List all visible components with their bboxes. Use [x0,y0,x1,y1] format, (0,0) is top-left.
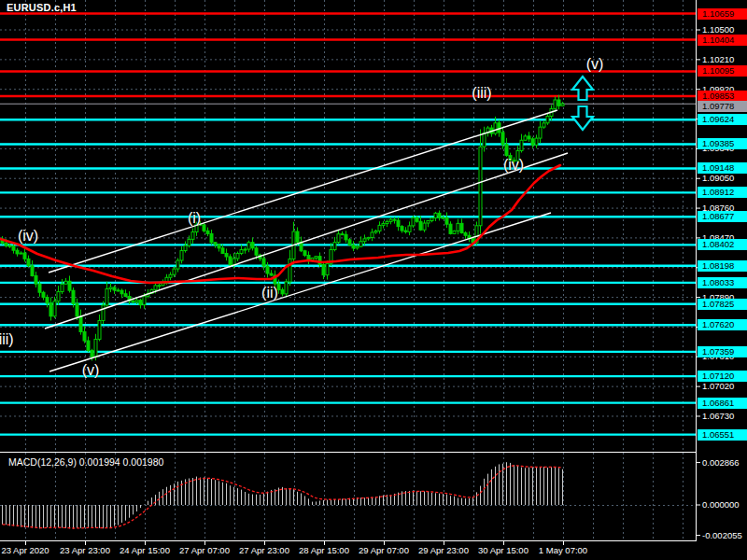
support-price-badge: 1.09624 [698,114,747,125]
support-price-badge: 1.07825 [698,299,747,310]
time-axis-label: 29 Apr 07:00 [359,545,409,555]
trading-chart-window: (iv)(iii)(v)(i)(ii)(iii)(iv)(v) 1.105001… [0,0,747,560]
resistance-price-badge: 1.10659 [698,8,747,20]
time-axis-label: 29 Apr 23:00 [418,545,469,555]
resistance-price-badge: 1.10404 [698,35,747,46]
support-price-badge: 1.06551 [698,429,747,441]
price-tick-label: 1.06730 [702,411,734,421]
time-axis-label: 23 Apr 23:00 [60,545,110,555]
support-price-badge: 1.08677 [698,211,747,222]
time-axis-label: 23 Apr 2020 [1,545,49,555]
price-tick-label: 1.09050 [702,173,734,183]
trend-channel-line[interactable] [45,153,568,329]
wave-label[interactable]: (v) [82,362,100,379]
down-arrow-icon[interactable] [572,106,593,130]
support-price-badge: 1.09385 [698,138,747,149]
resistance-price-badge: 1.10095 [698,65,747,77]
price-tick-label: 1.10500 [702,24,734,35]
support-price-badge: 1.08033 [698,277,747,288]
support-price-badge: 1.08402 [698,239,747,250]
price-tick-label: 1.10210 [702,54,734,64]
price-tick-label: 1.07020 [702,381,734,391]
time-axis-label: 27 Apr 07:00 [179,545,230,555]
support-price-badge: 1.07359 [698,346,747,357]
current-price-badge: 1.09778 [698,101,747,112]
wave-label[interactable]: (v) [586,56,604,73]
wave-label[interactable]: (iii) [472,85,491,102]
support-price-badge: 1.06861 [698,398,747,409]
time-axis-label: 27 Apr 23:00 [239,545,289,555]
wave-label[interactable]: (ii) [261,285,278,301]
time-axis-label: 30 Apr 15:00 [478,545,529,555]
wave-label[interactable]: (i) [188,210,201,227]
time-axis-label: 1 May 07:00 [539,545,587,555]
macd-scale-label: 0.000000 [702,499,740,510]
wave-label[interactable]: (iv) [18,228,38,245]
time-axis-label: 28 Apr 15:00 [299,545,349,555]
trend-channel-line[interactable] [49,213,551,371]
macd-indicator-label: MACD(12,26,9) 0.001994 0.001980 [8,456,163,468]
support-price-badge: 1.08198 [698,260,747,272]
macd-scale-label: -0.002055 [702,530,742,540]
support-price-badge: 1.07120 [698,371,747,382]
support-price-badge: 1.09148 [698,162,747,174]
time-axis-label: 24 Apr 15:00 [120,545,170,555]
chart-canvas[interactable] [0,0,747,560]
wave-label[interactable]: (iii) [0,331,14,348]
symbol-title: EURUSD.c,H1 [7,2,77,13]
support-price-badge: 1.07620 [698,319,747,330]
macd-scale-label: 0.002866 [702,457,740,468]
support-price-badge: 1.08912 [698,187,747,198]
wave-label[interactable]: (iv) [503,157,524,174]
macd-histogram [3,462,563,528]
